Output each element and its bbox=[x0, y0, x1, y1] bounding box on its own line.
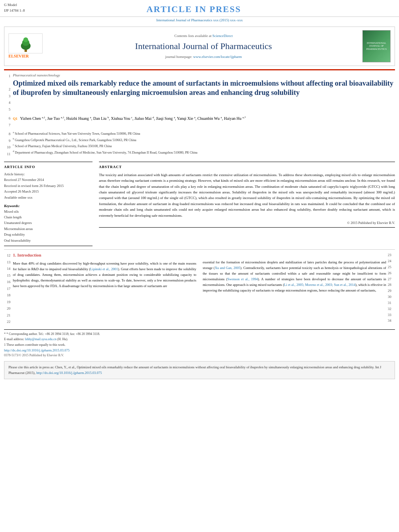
journal-banner: ELSEVIER Contents lists available at Sci… bbox=[4, 27, 395, 66]
keywords-list: Mixed oils Chain length Unsaturated degr… bbox=[4, 209, 93, 244]
doi-link[interactable]: http://dx.doi.org/10.1016/j.ijpharm.2015… bbox=[4, 348, 70, 352]
equal-contribution-note: 1 These authors contribute equally to th… bbox=[4, 342, 395, 348]
received-date: Received 27 November 2014 bbox=[4, 177, 93, 183]
affiliations-section: 8 9 10 11 a School of Pharmaceutical Sci… bbox=[4, 131, 395, 158]
affil-3: c School of Pharmacy, Fujian Medical Uni… bbox=[13, 143, 395, 149]
affil-4: d Department of Pharmacology, Zhongshan … bbox=[13, 150, 395, 155]
line-numbers-authors: 6 7 bbox=[4, 115, 13, 128]
accepted-date: Accepted 26 March 2015 bbox=[4, 189, 93, 194]
intro-right-line-numbers: 23 24 25 26 27 28 29 30 31 32 33 34 bbox=[386, 252, 395, 325]
journal-homepage: journal homepage: www.elsevier.com/locat… bbox=[45, 54, 362, 60]
doi-section: http://dx.doi.org/10.1016/j.ijpharm.2015… bbox=[0, 347, 399, 359]
line-numbers-title: 1 2 3 4 5 bbox=[4, 73, 13, 113]
introduction-section: 12 13 14 15 16 17 18 19 20 21 22 1. Intr… bbox=[4, 249, 395, 325]
authors-text: Yizhen Chen a,1, Jue Tuo a,1, Huizhi Hua… bbox=[20, 116, 246, 121]
homepage-link[interactable]: www.elsevier.com/locate/ijpharm bbox=[193, 55, 242, 59]
intro-left-text: More than 40% of drug candidates discove… bbox=[13, 261, 196, 289]
elsevier-logo: ELSEVIER bbox=[8, 33, 45, 59]
main-content: 1 2 3 4 5 Pharmaceutical nanotechnology … bbox=[0, 73, 399, 325]
q1-badge: Q1 bbox=[13, 117, 18, 121]
lipinski-ref[interactable]: Lipinski et al., 2001 bbox=[90, 267, 118, 271]
red-divider bbox=[4, 69, 395, 70]
abstract-title: ABSTRACT bbox=[99, 162, 395, 170]
authors-list: Q1 Yizhen Chen a,1, Jue Tuo a,1, Huizhi … bbox=[13, 115, 395, 121]
title-section: 1 2 3 4 5 Pharmaceutical nanotechnology … bbox=[4, 73, 395, 113]
article-dates: Article history: Received 27 November 20… bbox=[4, 171, 93, 200]
abstract-col: ABSTRACT The toxicity and irritation ass… bbox=[99, 162, 395, 246]
article-title: Optimized mixed oils remarkably reduce t… bbox=[13, 79, 395, 98]
sciencedirect-anchor[interactable]: ScienceDirect bbox=[212, 34, 232, 38]
info-abstract-section: ARTICLE INFO Article history: Received 2… bbox=[4, 162, 395, 246]
xu-gan-ref[interactable]: Xu and Gan, 2005 bbox=[215, 266, 241, 270]
article-info-col: ARTICLE INFO Article history: Received 2… bbox=[4, 162, 93, 246]
swenson-ref[interactable]: Swenson et al., 1994 bbox=[227, 277, 258, 281]
available-date: Available online xxx bbox=[4, 195, 93, 200]
keywords-label: Keywords: bbox=[4, 203, 93, 209]
issn-line: 0378-5173/© 2015 Published by Elsevier B… bbox=[4, 353, 64, 357]
affil-2: b Guangzhou Cellprotek Pharmaceutical Co… bbox=[13, 137, 395, 143]
keyword-2: Chain length bbox=[4, 214, 93, 220]
keyword-3: Unsaturated degrees bbox=[4, 220, 93, 226]
sciencedirect-link: Contents lists available at ScienceDirec… bbox=[45, 33, 362, 39]
top-header: G Model IJP 14784 1–8 ARTICLE IN PRESS bbox=[0, 0, 399, 17]
journal-title: International Journal of Pharmaceutics bbox=[45, 40, 362, 53]
article-in-press-label: ARTICLE IN PRESS bbox=[25, 2, 363, 16]
intro-right-text: essential for the formation of microemul… bbox=[203, 259, 386, 293]
footer-divider bbox=[4, 329, 395, 330]
affiliations-list: a School of Pharmaceutical Sciences, Sun… bbox=[13, 131, 395, 155]
keyword-1: Mixed oils bbox=[4, 209, 93, 214]
intro-heading: 1. Introduction bbox=[13, 252, 196, 258]
li-ref[interactable]: Li et al., 2005; Moreno et al., 2003; Su… bbox=[284, 283, 355, 287]
affiliations-area: a School of Pharmaceutical Sciences, Sun… bbox=[13, 131, 395, 158]
line-numbers-affil: 8 9 10 11 bbox=[4, 131, 13, 158]
history-label: Article history: bbox=[4, 171, 93, 177]
keywords-section: Keywords: Mixed oils Chain length Unsatu… bbox=[4, 203, 93, 243]
article-info-box: ARTICLE INFO Article history: Received 2… bbox=[4, 162, 93, 246]
corresponding-author-note: * * Corresponding author. Tel.: +86 20 3… bbox=[4, 331, 395, 337]
abstract-text: The toxicity and irritation associated w… bbox=[99, 172, 395, 218]
email-link[interactable]: lshhy@mail.sysu.edu.cn bbox=[25, 337, 56, 341]
keyword-6: Oral bioavailability bbox=[4, 238, 93, 243]
intro-with-numbers: 12 13 14 15 16 17 18 19 20 21 22 1. Intr… bbox=[4, 252, 395, 325]
article-title-area: Pharmaceutical nanotechnology Optimized … bbox=[13, 73, 395, 113]
authors-area: Q1 Yizhen Chen a,1, Jue Tuo a,1, Huizhi … bbox=[13, 115, 395, 128]
banner-center: Contents lists available at ScienceDirec… bbox=[45, 33, 362, 59]
journal-cover: INTERNATIONAL JOURNAL OF PHARMACEUTICS bbox=[362, 30, 391, 62]
affil-1: a School of Pharmaceutical Sciences, Sun… bbox=[13, 131, 395, 136]
header-ref: G Model IJP 14784 1–8 bbox=[4, 2, 25, 13]
intro-right-col: essential for the formation of microemul… bbox=[196, 252, 386, 325]
article-info-title: ARTICLE INFO bbox=[4, 164, 93, 170]
authors-section: 6 7 Q1 Yizhen Chen a,1, Jue Tuo a,1, Hui… bbox=[4, 115, 395, 128]
intro-left-col: 1. Introduction More than 40% of drug ca… bbox=[13, 252, 196, 325]
footnotes: * * Corresponding author. Tel.: +86 20 3… bbox=[0, 331, 399, 348]
journal-url: International Journal of Pharmaceutics x… bbox=[0, 17, 399, 24]
revised-date: Received in revised form 26 February 201… bbox=[4, 183, 93, 189]
intro-left-line-numbers: 12 13 14 15 16 17 18 19 20 21 22 bbox=[4, 252, 13, 325]
section-label: Pharmaceutical nanotechnology bbox=[13, 73, 395, 78]
citation-box: Please cite this article in press as: Ch… bbox=[4, 361, 395, 379]
elsevier-tree-icon bbox=[8, 33, 43, 53]
email-note: E-mail address: lshhy@mail.sysu.edu.cn (… bbox=[4, 337, 395, 342]
copyright-line: © 2015 Published by Elsevier B.V. bbox=[99, 221, 395, 228]
keyword-4: Microemulsion areas bbox=[4, 226, 93, 232]
svg-point-3 bbox=[23, 37, 28, 42]
keyword-5: Drug solubility bbox=[4, 232, 93, 237]
elsevier-wordmark: ELSEVIER bbox=[8, 53, 45, 59]
citation-doi-link[interactable]: http://dx.doi.org/10.1016/j.ijpharm.2015… bbox=[36, 371, 102, 375]
